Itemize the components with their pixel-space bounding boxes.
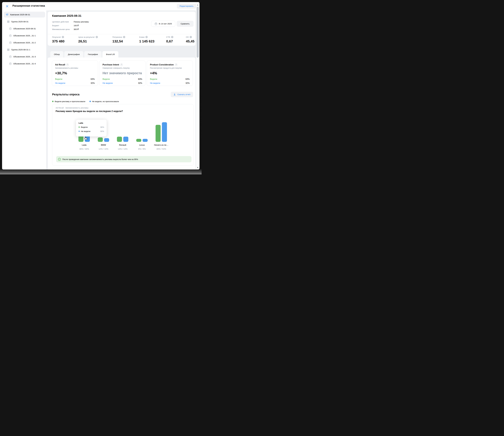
sidebar-item-label: Объявление 2025...31-4 xyxy=(13,63,36,65)
metric-card-title-text: Purchase Intent xyxy=(103,64,119,66)
tooltip-label: Не видели xyxy=(81,130,90,132)
info-value: 300 ₽ xyxy=(74,28,79,30)
screenshot-frame: Расширенная статистика Редактировать Кам… xyxy=(0,0,202,174)
metric-card-value: +4% xyxy=(150,71,157,75)
sidebar-item-ad-4[interactable]: Объявление 2025...31-2 xyxy=(4,40,45,46)
date-range-picker[interactable]: 8–14 окт 2025 xyxy=(151,21,175,27)
scrollbar[interactable] xyxy=(196,2,199,169)
brand-lift-panel: Ad Recall?Запоминаемость рекламы+30,7%Ви… xyxy=(48,57,196,169)
help-icon[interactable]: ? xyxy=(190,36,192,38)
sidebar-item-label: Группа 2025-08-31-1 xyxy=(11,48,30,51)
info-row: Минимальная цена 300 ₽ xyxy=(52,27,89,31)
metric-row-label: Не видели xyxy=(55,82,65,84)
sidebar-item-ad-6[interactable]: Объявление 2025...31-3 xyxy=(4,54,45,60)
metric-card-title: Ad Recall? xyxy=(55,64,95,66)
sidebar-item-group-1[interactable]: Группа 2025-08-31 xyxy=(4,19,45,25)
metric-row-value: 63% xyxy=(138,78,142,80)
legend-label: Не видели, но проголосовали xyxy=(92,100,119,102)
legend-dot-icon xyxy=(90,101,91,102)
legend-item: Видели рекламу и проголосовали xyxy=(52,100,85,102)
scroll-up-icon[interactable] xyxy=(197,4,198,5)
not-seen-dot-icon xyxy=(79,131,80,132)
tooltip-row: Не видели 30% xyxy=(79,130,104,132)
ad-icon xyxy=(9,62,12,65)
legend-label: Видели рекламу и проголосовали xyxy=(55,100,85,102)
campaign-info: Целевое действие Показы рекламы Бюджет 1… xyxy=(52,20,89,31)
campaign-icon xyxy=(6,13,9,16)
stat-column: CR?45,45 xyxy=(186,36,194,43)
metric-card-value: Нет значимого прироста xyxy=(103,71,142,75)
compare-button[interactable]: Сравнить xyxy=(177,21,194,27)
sidebar-item-ad-7[interactable]: Объявление 2025...31-4 xyxy=(4,61,45,66)
bar-not-seen-Lexus[interactable] xyxy=(143,139,148,142)
bar-seen-Lexus[interactable] xyxy=(136,139,141,142)
bar-not-seen-Ничего из пе…[interactable] xyxy=(162,122,167,142)
metric-row-label: Видели xyxy=(55,78,62,80)
metric-card-title-text: Product Consideration xyxy=(150,64,174,66)
metric-cards-row: Ad Recall?Запоминаемость рекламы+30,7%Ви… xyxy=(52,60,193,86)
bar-seen-BMW[interactable] xyxy=(98,137,103,142)
metric-card-row: Не видели32% xyxy=(55,82,95,84)
value-label: 12% / 10% xyxy=(93,148,114,150)
help-icon[interactable]: ? xyxy=(62,36,64,38)
chart-subtitle: Ad Recall · Запоминаемость рекламы xyxy=(56,107,88,109)
sidebar-item-ad-3[interactable]: Объявление 2025...31-1 xyxy=(4,33,45,38)
tab-демография[interactable]: Демография xyxy=(64,51,83,57)
help-icon[interactable]: ? xyxy=(145,36,148,38)
stat-label-text: Клики xyxy=(139,36,144,38)
metric-card: Product Consideration?Рассмотрение проду… xyxy=(147,60,193,86)
edit-button[interactable]: Редактировать xyxy=(177,4,196,9)
help-icon[interactable]: ? xyxy=(171,36,173,38)
category-label: Renault xyxy=(112,144,133,146)
help-icon[interactable]: ? xyxy=(120,64,123,66)
help-icon[interactable]: ? xyxy=(123,36,125,38)
bar-seen-Ничего из пе…[interactable] xyxy=(156,125,161,142)
value-label: 14% / 14% xyxy=(112,148,133,150)
download-report-button[interactable]: Скачать отчёт xyxy=(171,92,193,97)
sidebar-item-ad-2[interactable]: Объявление 2025-08-31 xyxy=(4,26,45,32)
tab-обзор[interactable]: Обзор xyxy=(50,51,63,57)
metric-row-label: Видели xyxy=(103,78,110,80)
stat-column: Клики?1 145 623 xyxy=(139,36,154,43)
bar-not-seen-Renault[interactable] xyxy=(123,137,128,142)
next-survey-card xyxy=(52,168,194,169)
stat-column: Цена за результат?26,51 xyxy=(78,36,98,43)
scrollbar-thumb[interactable] xyxy=(197,7,199,58)
category-label: Lexus xyxy=(132,144,152,146)
metric-row-value: 63% xyxy=(186,78,190,80)
stat-value: 375 480 xyxy=(52,39,64,43)
value-label: 8% / 8% xyxy=(132,148,152,150)
survey-heading: Результаты опроса xyxy=(52,93,80,96)
campaign-tree-sidebar: Кампания 2025-08-31Группа 2025-08-31Объя… xyxy=(2,10,46,169)
metric-card-row: Видели63% xyxy=(55,78,95,80)
modal-header: Расширенная статистика Редактировать xyxy=(2,2,199,10)
metric-card-value: +30,7% xyxy=(55,71,67,75)
help-icon[interactable]: ? xyxy=(96,36,98,38)
sidebar-item-group-5[interactable]: Группа 2025-08-31-1 xyxy=(4,47,45,53)
tab-brand-lift[interactable]: Brand Lift xyxy=(102,51,118,57)
campaign-title: Кампания 2025-08-31 xyxy=(52,14,81,18)
value-label: 36% / 30% xyxy=(74,148,94,150)
category-label: Lada xyxy=(74,144,94,146)
scroll-down-icon[interactable] xyxy=(197,167,198,168)
stat-label: Цена за результат? xyxy=(78,36,98,38)
tooltip-label: Видели xyxy=(81,126,88,128)
metric-card-row: Видели63% xyxy=(150,78,190,80)
metric-card-subtitle: Запоминаемость рекламы xyxy=(55,67,95,69)
group-icon xyxy=(7,20,9,23)
metric-row-value: 32% xyxy=(138,82,142,84)
bar-not-seen-BMW[interactable] xyxy=(104,138,109,142)
tab-география[interactable]: География xyxy=(84,51,101,57)
sidebar-item-campaign-0[interactable]: Кампания 2025-08-31 xyxy=(4,12,45,18)
help-icon[interactable]: ? xyxy=(175,64,177,66)
date-range-label: 8–14 окт 2025 xyxy=(159,23,172,25)
info-label: Целевое действие xyxy=(52,21,74,23)
close-icon[interactable] xyxy=(6,5,9,8)
legend-dot-icon xyxy=(52,101,54,102)
stat-column: Результат?375 480 xyxy=(52,36,64,43)
metric-row-label: Не видели xyxy=(103,82,113,84)
bar-seen-Renault[interactable] xyxy=(117,137,122,142)
metric-row-label: Не видели xyxy=(150,82,160,84)
ad-icon xyxy=(9,55,12,58)
help-icon[interactable]: ? xyxy=(66,64,69,66)
